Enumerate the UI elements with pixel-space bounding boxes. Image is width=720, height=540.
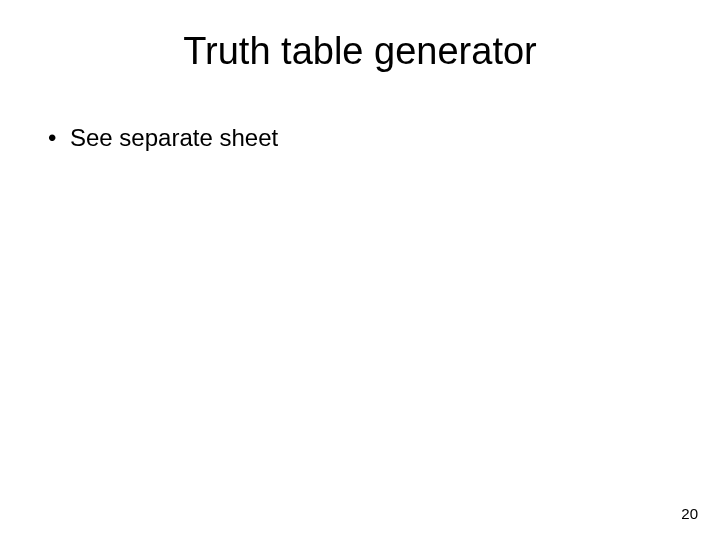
bullet-item: See separate sheet	[48, 121, 690, 155]
bullet-list: See separate sheet	[30, 121, 690, 155]
page-number: 20	[681, 505, 698, 522]
slide-title: Truth table generator	[30, 30, 690, 73]
slide-container: Truth table generator See separate sheet…	[0, 0, 720, 540]
